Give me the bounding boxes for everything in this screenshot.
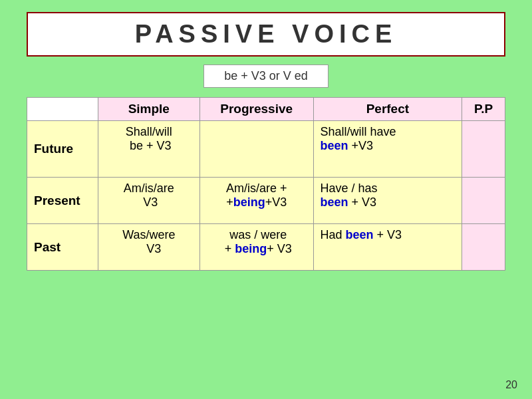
future-perfect-rest: +V3 [352, 139, 374, 152]
present-perfect-plain: Have / has [321, 182, 378, 195]
page-title: PASSIVE VOICE [135, 20, 398, 48]
present-simple: Am/is/are V3 [98, 178, 200, 224]
table-header-row: Simple Progressive Perfect P.P [27, 98, 505, 121]
past-perfect-been: been [346, 228, 374, 241]
present-label: Present [27, 178, 98, 224]
page-container: PASSIVE VOICE be + V3 or V ed Simple Pro… [0, 0, 532, 399]
future-progressive [200, 121, 313, 178]
future-simple-text: Shall/will be + V3 [126, 125, 172, 152]
past-progressive-post: + V3 [267, 242, 292, 255]
past-pp [462, 224, 505, 271]
header-col3: Perfect [313, 98, 462, 121]
table-row-past: Past Was/were V3 was / were + being+ V3 … [27, 224, 505, 271]
past-label: Past [27, 224, 98, 271]
present-simple-text: Am/is/are V3 [124, 182, 174, 209]
table-row-future: Future Shall/will be + V3 Shall/will hav… [27, 121, 505, 178]
present-pp [462, 178, 505, 224]
future-perfect-plain: Shall/will have [321, 125, 396, 138]
present-progressive-post: +V3 [265, 196, 287, 209]
past-perfect-plain: Had [321, 228, 346, 241]
page-number: 20 [505, 379, 517, 391]
present-perfect: Have / has been + V3 [313, 178, 462, 224]
past-perfect: Had been + V3 [313, 224, 462, 271]
past-simple: Was/were V3 [98, 224, 200, 271]
formula-text: be + V3 or V ed [224, 69, 308, 82]
passive-voice-table: Simple Progressive Perfect P.P Future Sh… [27, 97, 505, 271]
present-progressive-being: being [233, 196, 265, 209]
present-perfect-been: been [321, 196, 348, 209]
past-progressive-being: being [235, 242, 267, 255]
present-perfect-rest: + V3 [352, 196, 377, 209]
header-col2: Progressive [200, 98, 313, 121]
past-progressive: was / were + being+ V3 [200, 224, 313, 271]
header-col1: Simple [98, 98, 200, 121]
header-col0 [27, 98, 98, 121]
future-label: Future [27, 121, 98, 178]
present-progressive: Am/is/are ++being+V3 [200, 178, 313, 224]
future-simple: Shall/will be + V3 [98, 121, 200, 178]
title-box: PASSIVE VOICE [27, 12, 505, 57]
past-simple-text: Was/were V3 [122, 228, 175, 255]
header-col4: P.P [462, 98, 505, 121]
future-perfect: Shall/will have been +V3 [313, 121, 462, 178]
past-perfect-rest: + V3 [377, 228, 402, 241]
table-row-present: Present Am/is/are V3 Am/is/are ++being+V… [27, 178, 505, 224]
future-pp [462, 121, 505, 178]
formula-box: be + V3 or V ed [203, 65, 329, 88]
future-perfect-been: been [321, 139, 348, 152]
